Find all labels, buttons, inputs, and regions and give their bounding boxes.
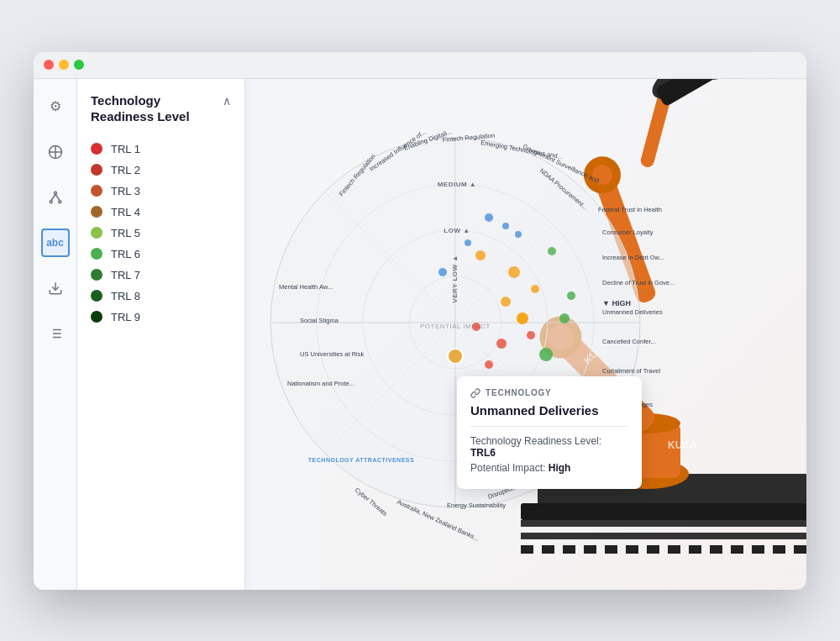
svg-text:Consumer Loyalty: Consumer Loyalty [602, 229, 654, 236]
link-icon [470, 388, 480, 398]
trl-item[interactable]: TRL 8 [91, 286, 231, 307]
close-button[interactable] [44, 60, 54, 70]
svg-text:Cancelled Confer...: Cancelled Confer... [602, 338, 656, 345]
svg-point-53 [515, 231, 522, 238]
trl-dot [91, 227, 102, 239]
minimize-button[interactable] [59, 60, 69, 70]
svg-point-60 [501, 297, 511, 307]
trl-dot [91, 311, 102, 323]
tooltip-divider [470, 426, 628, 427]
svg-text:US Universities at Risk: US Universities at Risk [300, 350, 365, 358]
trl-label: TRL 5 [111, 227, 140, 239]
svg-text:Decline of Trust in Gove...: Decline of Trust in Gove... [602, 279, 675, 286]
trl-label: TRL 9 [111, 311, 140, 323]
svg-text:Nationalism and Prote...: Nationalism and Prote... [287, 380, 354, 387]
network-icon-btn[interactable] [41, 183, 70, 212]
svg-point-61 [517, 313, 528, 324]
maximize-button[interactable] [74, 60, 84, 70]
svg-point-62 [472, 323, 480, 331]
tooltip-card: TECHNOLOGY Unmanned Deliveries Technolog… [457, 376, 642, 489]
trl-label: TRL 4 [111, 206, 140, 218]
legend-title: Technology Readiness Level [91, 92, 223, 125]
svg-text:Social Stigma: Social Stigma [300, 317, 339, 324]
svg-text:Mental Health Aw...: Mental Health Aw... [279, 283, 333, 291]
text-icon-label: abc [46, 237, 64, 249]
svg-text:Increase in Debt Ow...: Increase in Debt Ow... [602, 254, 664, 261]
trl-item[interactable]: TRL 6 [91, 244, 231, 265]
svg-point-3 [50, 200, 52, 202]
svg-point-69 [559, 313, 570, 323]
svg-text:Unmanned Deliveries: Unmanned Deliveries [602, 308, 663, 316]
svg-point-58 [508, 266, 520, 278]
text-icon-btn[interactable]: abc [41, 229, 70, 257]
svg-point-57 [475, 250, 486, 260]
tooltip-category-label: TECHNOLOGY [486, 388, 552, 397]
svg-point-65 [485, 360, 493, 369]
svg-point-66 [448, 349, 463, 364]
trl-dot [91, 248, 102, 260]
svg-text:MEDIUM ▲: MEDIUM ▲ [438, 181, 477, 188]
list-icon-btn[interactable] [41, 319, 70, 348]
svg-rect-92 [773, 545, 785, 554]
download-icon-btn[interactable] [41, 274, 70, 302]
svg-text:▼ HIGH: ▼ HIGH [602, 299, 631, 307]
svg-point-68 [539, 348, 553, 361]
trl-dot [91, 164, 102, 176]
trl-items-list: TRL 1 TRL 2 TRL 3 TRL 4 TRL 5 TRL 6 TRL … [91, 139, 231, 328]
svg-point-2 [54, 192, 56, 194]
app-body: ⚙ abc [34, 79, 806, 590]
tooltip-impact-value: High [549, 462, 571, 474]
svg-point-55 [438, 268, 447, 276]
trl-item[interactable]: TRL 7 [91, 265, 231, 286]
trl-label: TRL 2 [111, 164, 140, 176]
legend-panel: Technology Readiness Level ∧ TRL 1 TRL 2… [77, 79, 245, 590]
trl-item[interactable]: TRL 3 [91, 181, 231, 202]
trl-item[interactable]: TRL 2 [91, 160, 231, 181]
svg-rect-89 [710, 545, 722, 554]
trl-item[interactable]: TRL 9 [91, 307, 231, 328]
svg-rect-90 [731, 545, 743, 554]
collapse-button[interactable]: ∧ [223, 94, 231, 108]
trl-item[interactable]: TRL 1 [91, 139, 231, 160]
trl-label: TRL 7 [111, 269, 140, 281]
trl-item[interactable]: TRL 4 [91, 202, 231, 223]
layers-icon-btn[interactable] [41, 138, 70, 166]
svg-point-4 [58, 200, 60, 202]
svg-point-59 [531, 285, 539, 293]
trl-dot [91, 290, 102, 302]
trl-label: TRL 8 [111, 290, 140, 302]
trl-dot [91, 269, 102, 281]
trl-dot [91, 185, 102, 197]
tooltip-impact-field: Potential Impact: High [470, 462, 628, 474]
svg-text:LOW ▲: LOW ▲ [444, 227, 470, 234]
svg-point-64 [527, 331, 535, 339]
svg-rect-93 [794, 545, 806, 554]
trl-label: TRL 1 [111, 143, 140, 155]
window-frame: ⚙ abc [34, 52, 806, 590]
svg-rect-88 [689, 545, 701, 554]
svg-point-52 [485, 213, 493, 222]
svg-point-56 [502, 223, 509, 229]
chart-area: VERY LOW ▲ LOW ▲ MEDIUM ▲ POTENTIAL IMPA… [245, 79, 806, 590]
svg-line-6 [55, 194, 60, 201]
tooltip-trl-value: TRL6 [470, 447, 496, 459]
sidebar: ⚙ abc [34, 79, 77, 590]
svg-point-63 [496, 339, 507, 349]
svg-point-71 [548, 247, 556, 255]
settings-icon-btn[interactable]: ⚙ [41, 92, 70, 121]
tooltip-category: TECHNOLOGY [470, 388, 628, 398]
trl-label: TRL 6 [111, 248, 140, 260]
svg-rect-91 [752, 545, 764, 554]
svg-text:TECHNOLOGY ATTRACTIVENESS: TECHNOLOGY ATTRACTIVENESS [308, 457, 414, 463]
svg-text:Curtailment of Travel: Curtailment of Travel [602, 367, 661, 375]
svg-line-5 [50, 194, 55, 201]
title-bar [34, 52, 806, 79]
trl-dot [91, 143, 102, 155]
svg-point-70 [567, 292, 575, 300]
legend-header: Technology Readiness Level ∧ [91, 92, 231, 125]
svg-point-54 [465, 239, 471, 246]
trl-item[interactable]: TRL 5 [91, 223, 231, 244]
trl-label: TRL 3 [111, 185, 140, 197]
svg-text:VERY LOW ▲: VERY LOW ▲ [451, 255, 459, 302]
tooltip-title: Unmanned Deliveries [470, 403, 628, 418]
